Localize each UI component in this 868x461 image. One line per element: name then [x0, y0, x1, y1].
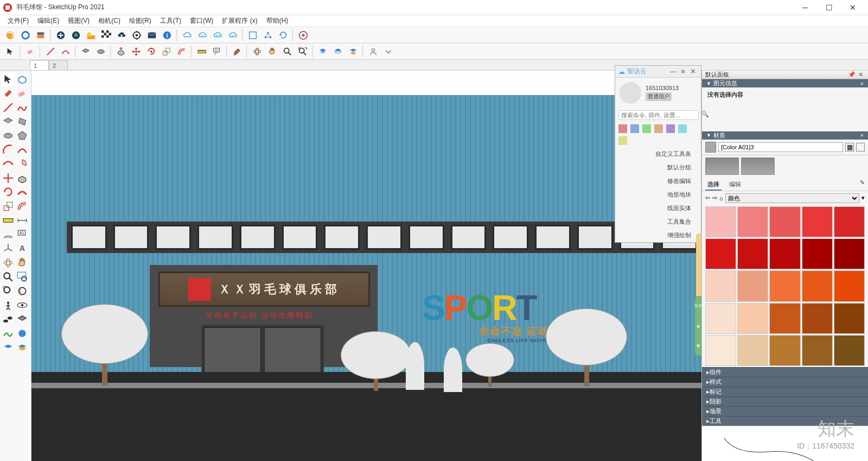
lt-walk-icon[interactable] [2, 313, 15, 326]
menu-extensions[interactable]: 扩展程序 (x) [218, 15, 261, 27]
zoom-extents-icon[interactable] [296, 45, 309, 58]
gear-icon[interactable] [130, 28, 143, 42]
move-icon[interactable] [129, 45, 143, 58]
lt-select-icon[interactable] [2, 73, 15, 86]
menu-icon[interactable]: ▾ [861, 194, 865, 201]
square-icon[interactable] [246, 28, 259, 42]
color-swatch[interactable] [834, 303, 865, 334]
ztool-cube-icon[interactable] [666, 124, 675, 133]
search-icon[interactable]: 🔍 [701, 110, 709, 120]
color-swatch[interactable] [737, 270, 768, 301]
color-swatch[interactable] [737, 303, 768, 334]
lt-rotrect-icon[interactable] [16, 115, 29, 128]
lt-followme-icon[interactable] [16, 186, 29, 199]
section-tags[interactable]: ▸标记 [702, 387, 868, 396]
pushpull-icon[interactable] [114, 45, 127, 58]
layers3-icon[interactable] [346, 45, 360, 58]
material-thumb[interactable] [705, 157, 739, 175]
select-icon[interactable] [3, 45, 17, 58]
color-swatch[interactable] [769, 270, 800, 301]
lt-zoomwin-icon[interactable] [16, 270, 29, 283]
menu-file[interactable]: 文件(F) [3, 15, 33, 27]
color-swatch[interactable] [737, 206, 768, 237]
zmenu-item[interactable]: 自定义工具条 [615, 147, 701, 161]
ext-icon-2[interactable] [18, 28, 32, 42]
lt-orbit-icon[interactable] [2, 256, 15, 269]
paint-icon[interactable] [230, 45, 244, 58]
arc-icon[interactable] [59, 45, 72, 58]
layers2-icon[interactable] [331, 45, 344, 58]
color-swatch[interactable] [834, 335, 865, 366]
rect-icon[interactable] [79, 45, 92, 58]
color-swatch[interactable] [802, 270, 833, 301]
info-icon[interactable]: i [160, 28, 174, 42]
lt-prev-icon[interactable] [16, 285, 29, 298]
circle-icon[interactable] [94, 45, 107, 58]
menu-camera[interactable]: 相机(C) [94, 15, 125, 27]
ztool-node-icon[interactable] [642, 124, 651, 133]
eyedropper-icon[interactable]: ✎ [860, 179, 865, 191]
lt-zoomext-icon[interactable] [2, 285, 15, 298]
menu-draw[interactable]: 绘图(R) [125, 15, 156, 27]
minimize-button[interactable]: ─ [793, 0, 817, 15]
side-toggle-green[interactable]: 0.0▲▼ [695, 296, 701, 356]
sun-icon[interactable] [84, 28, 98, 42]
menu-view[interactable]: 视图(V) [63, 15, 94, 27]
color-swatch[interactable] [834, 206, 865, 237]
color-swatch[interactable] [769, 238, 800, 269]
scene-tab-1[interactable]: 1 [30, 60, 49, 70]
color-swatch[interactable] [802, 206, 833, 237]
lt-pie-icon[interactable] [16, 157, 29, 170]
color-swatch[interactable] [802, 335, 833, 366]
lt-3dtext-icon[interactable]: A [16, 242, 29, 255]
lt-component-icon[interactable] [16, 73, 29, 86]
tree-icon[interactable] [69, 28, 82, 42]
color-swatch[interactable] [769, 206, 800, 237]
menu-icon[interactable]: ≡ [678, 67, 688, 75]
lt-3ptarc-icon[interactable] [2, 157, 15, 170]
lt-offset-icon[interactable] [16, 200, 29, 213]
cloud-down-icon[interactable] [195, 28, 209, 42]
material-thumb[interactable] [741, 157, 775, 175]
ztool-square-icon[interactable] [630, 124, 639, 133]
eraser-icon[interactable] [23, 45, 37, 58]
cloud-check-icon[interactable] [180, 28, 194, 42]
add-icon[interactable] [54, 28, 67, 42]
rotate-icon[interactable] [144, 45, 158, 58]
color-swatch[interactable] [705, 303, 736, 334]
lt-arc-icon[interactable] [2, 143, 15, 156]
section-entity-info[interactable]: ▼图元信息× [702, 79, 868, 87]
lt-circle-icon[interactable] [2, 129, 15, 142]
material-preview-icon[interactable] [705, 142, 716, 153]
color-swatch[interactable] [802, 303, 833, 334]
lt-position-icon[interactable] [2, 299, 15, 312]
close-icon[interactable]: × [860, 132, 864, 138]
chrome-icon[interactable] [296, 28, 310, 42]
lt-rotate-icon[interactable] [2, 186, 15, 199]
zmenu-item[interactable]: 修改编辑 [615, 174, 701, 188]
section-scene[interactable]: ▸场景 [702, 406, 868, 416]
color-swatch[interactable] [737, 238, 768, 269]
minimize-icon[interactable]: — [668, 67, 678, 75]
ztool-move-icon[interactable] [654, 124, 663, 133]
lt-2ptarc-icon[interactable] [16, 143, 29, 156]
lt-pushpull-icon[interactable] [16, 172, 29, 185]
ztool-pencil-icon[interactable] [618, 124, 627, 133]
lt-pan-icon[interactable] [16, 256, 29, 269]
section-styles[interactable]: ▸样式 [702, 377, 868, 387]
menu-window[interactable]: 窗口(W) [186, 15, 218, 27]
layers1-icon[interactable] [316, 45, 329, 58]
zmenu-item[interactable]: 地形地块 [615, 188, 701, 201]
color-swatch[interactable] [705, 238, 736, 269]
lt-protractor-icon[interactable] [2, 228, 15, 241]
scene-tab-2[interactable]: 2 [49, 60, 68, 70]
ext-icon-3[interactable] [34, 28, 47, 42]
tab-edit[interactable]: 编辑 [727, 179, 743, 191]
color-swatch[interactable] [769, 303, 800, 334]
zmenu-item[interactable]: 默认分组 [615, 161, 701, 174]
search-input[interactable] [618, 110, 699, 120]
default-panel-header[interactable]: 默认面板 📌 ✕ [702, 71, 868, 79]
lt-paint-icon[interactable] [2, 87, 15, 100]
create-material2-icon[interactable] [856, 143, 865, 151]
section-materials[interactable]: ▼材质× [702, 131, 868, 140]
